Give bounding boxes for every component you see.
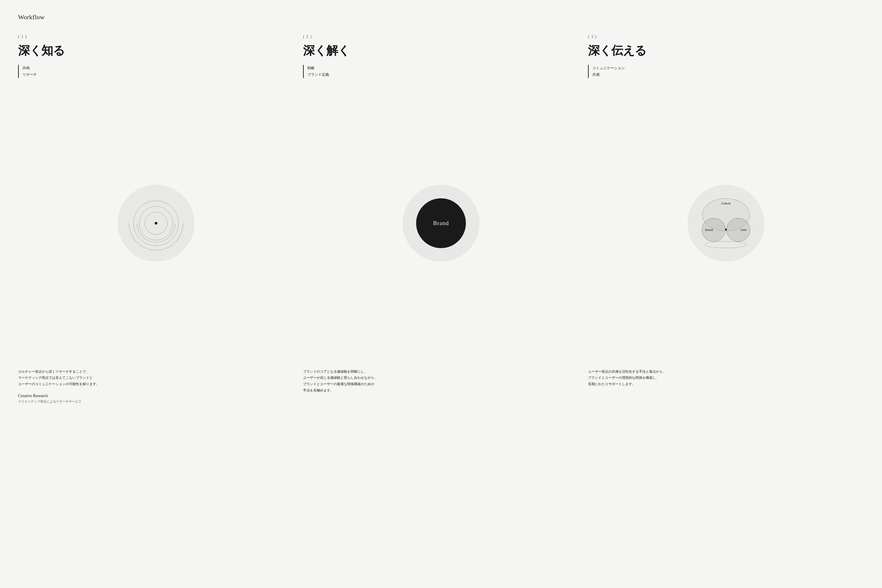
step-tags-3: コミュニケーション 共感	[588, 65, 864, 78]
step-tags-1: 共鳴 リサーチ	[18, 65, 294, 78]
concentric-circles	[134, 201, 178, 246]
step-number-2: ( 2 )	[303, 34, 579, 39]
workflow-column-2: ( 2 ) 深く解く 戦略 ブランド定義 Brand ブランドのコアとなる価値観…	[303, 34, 579, 404]
step-description-2: ブランドのコアとなる価値観を明瞭にし、 ユーザーが信じる価値観と照らし合わせなが…	[303, 368, 579, 393]
step-description-3: ユーザー視点の共感を活性化する手法と接点から、 ブランドとユーザーの理想的な関係…	[588, 368, 864, 387]
step-tag-2-1: 戦略	[308, 65, 579, 72]
step-title-3: 深く伝える	[588, 43, 864, 58]
user-venn-circle: User	[726, 218, 750, 242]
diagram-1-container	[18, 85, 294, 361]
brand-black-circle: Brand	[416, 198, 466, 248]
page-title: Workflow	[18, 14, 864, 21]
diagram-3-container: Culture Brand User	[588, 85, 864, 361]
user-venn-label: User	[741, 228, 747, 232]
step-title-2: 深く解く	[303, 43, 579, 58]
center-dot	[155, 222, 158, 225]
workflow-column-1: ( 1 ) 深く知る 共鳴 リサーチ カルチャー視点から深くリサーチすることで、…	[18, 34, 294, 404]
step-number-3: ( 3 )	[588, 34, 864, 39]
diagram-concentric	[118, 185, 195, 262]
step-tag-3-1: コミュニケーション	[592, 65, 864, 72]
culture-label: Culture	[721, 202, 731, 205]
brand-venn-circle: Brand	[702, 218, 726, 242]
step-description-1: カルチャー視点から深くリサーチすることで、 マーケティング視点では見えてこないブ…	[18, 368, 294, 387]
brand-circle-label: Brand	[433, 220, 449, 226]
workflow-column-3: ( 3 ) 深く伝える コミュニケーション 共感 Culture Brand	[588, 34, 864, 404]
step-number-1: ( 1 )	[18, 34, 294, 39]
step-tags-2: 戦略 ブランド定義	[303, 65, 579, 78]
workflow-grid: ( 1 ) 深く知る 共鳴 リサーチ カルチャー視点から深くリサーチすることで、…	[18, 34, 864, 404]
step-title-1: 深く知る	[18, 43, 294, 58]
venn-wrapper: Culture Brand User	[695, 198, 756, 248]
diagram-2-container: Brand	[303, 85, 579, 361]
diagram-brand: Brand	[402, 185, 480, 262]
brand-venn-label: Brand	[705, 228, 713, 232]
step-tag-2-2: ブランド定義	[308, 72, 579, 78]
venn-center-dot	[725, 229, 727, 231]
step-tag-1-2: リサーチ	[22, 72, 294, 78]
step-tag-1-1: 共鳴	[22, 65, 294, 72]
venn-bottom-ellipse	[705, 241, 747, 248]
step-tag-3-2: 共感	[592, 72, 864, 78]
diagram-venn: Culture Brand User	[687, 185, 764, 262]
service-title-1: Creative Research	[18, 393, 294, 398]
service-subtitle-1: クリエイティブ視点によるリサーチサービス	[18, 400, 294, 404]
